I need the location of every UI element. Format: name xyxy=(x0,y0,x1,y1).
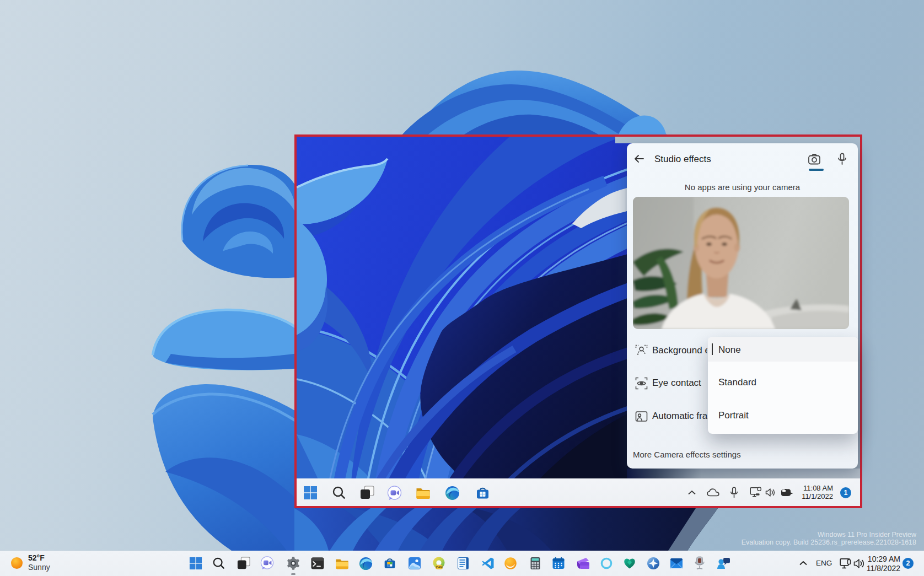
svg-text:CAN: CAN xyxy=(436,566,442,569)
